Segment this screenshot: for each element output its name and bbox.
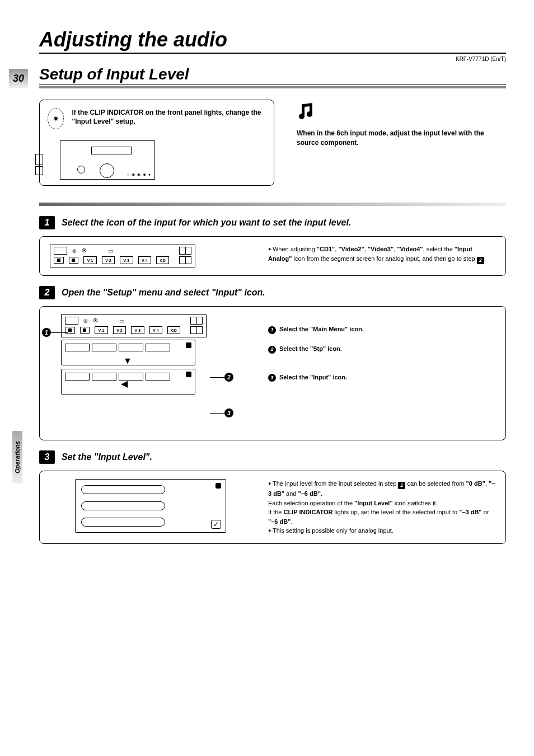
step-2-badge: 2 bbox=[39, 286, 55, 299]
intro-panel-right: When in the 6ch input mode, adjust the i… bbox=[297, 100, 506, 148]
step-3-badge: 3 bbox=[39, 450, 55, 464]
intro-panel-left: ✷ If the CLIP INDICATOR on the front pan… bbox=[39, 100, 274, 186]
callout-2-icon: 2 bbox=[224, 373, 233, 382]
heading2-row: 30 Setup of Input Level bbox=[39, 65, 506, 88]
substep-1-icon: 1 bbox=[268, 326, 276, 334]
step-2-text: 1Select the "Main Menu" icon. 2Select th… bbox=[268, 314, 495, 392]
front-panel-sketch: ○ ◉ ◉ ◉ ● bbox=[60, 140, 155, 180]
step-1-text: When adjusting "CD1", "Video2", "Video3"… bbox=[268, 245, 495, 264]
substep-3-icon: 3 bbox=[268, 374, 276, 382]
music-note-icon bbox=[297, 102, 506, 125]
check-icon: ✓ bbox=[211, 520, 221, 529]
intro-right-text: When in the 6ch input mode, adjust the i… bbox=[297, 129, 506, 148]
step-1: 1 Select the icon of the input for which… bbox=[39, 216, 506, 276]
page-number-badge: 30 bbox=[9, 69, 28, 88]
step-ref-2: 2 bbox=[477, 257, 484, 264]
step-2: 2 Open the "Setup" menu and select "Inpu… bbox=[39, 286, 506, 440]
step-3: 3 Set the "Input Level". ✓ The input lev… bbox=[39, 450, 506, 544]
callout-3-icon: 3 bbox=[224, 408, 233, 417]
intro-row: ✷ If the CLIP INDICATOR on the front pan… bbox=[39, 100, 506, 186]
heading-adjusting-audio: Adjusting the audio bbox=[39, 28, 506, 54]
step-3-illustration: ✓ bbox=[50, 479, 251, 533]
intro-left-text: If the CLIP INDICATOR on the front panel… bbox=[72, 108, 266, 126]
step-1-illustration: ◎⦿▭ V-1 V-2 V-3 V-4 CD bbox=[50, 245, 251, 267]
heading-setup-input-level: Setup of Input Level bbox=[39, 65, 506, 88]
segment-screen: ◎⦿▭ V-1 V-2 V-3 V-4 CD bbox=[50, 245, 195, 267]
step-3-text: The input level from the input selected … bbox=[268, 479, 495, 536]
substep-2-icon: 2 bbox=[268, 346, 276, 354]
model-code: KRF-V7771D (En/T) bbox=[39, 56, 506, 62]
step-2-illustration: 1 ◎⦿▭ V-1 V-2 V-3 V-4 CD bbox=[50, 314, 251, 432]
speaker-icon bbox=[35, 154, 43, 174]
step-ref-1: 1 bbox=[398, 482, 405, 489]
step-2-title: Open the "Setup" menu and select "Input"… bbox=[62, 288, 265, 298]
step-1-title: Select the icon of the input for which y… bbox=[62, 218, 351, 228]
divider bbox=[39, 203, 506, 206]
callout-1-icon: 1 bbox=[42, 328, 51, 337]
step-1-badge: 1 bbox=[39, 216, 55, 229]
clip-indicator-icon: ✷ bbox=[48, 108, 64, 129]
page: Adjusting the audio KRF-V7771D (En/T) 30… bbox=[0, 0, 534, 572]
step-3-title: Set the "Input Level". bbox=[62, 452, 152, 462]
